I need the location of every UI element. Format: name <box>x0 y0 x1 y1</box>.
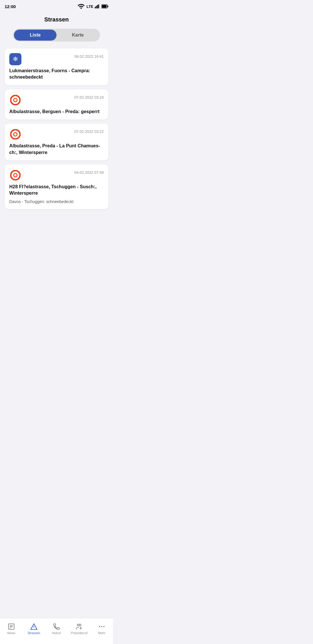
card-header: ❄ 08.02.2022 16:41 <box>9 53 104 65</box>
roadblock-icon-3 <box>9 169 21 181</box>
card-header-4: 04.02.2022 07:49 <box>9 169 104 181</box>
card-timestamp-3: 07.02.2022 03:22 <box>74 128 104 134</box>
card-header-2: 07.02.2022 03:24 <box>9 94 104 106</box>
card-timestamp-2: 07.02.2022 03:24 <box>74 94 104 100</box>
card-description-4: Davos - Tschuggen: schneebedeckt <box>9 199 104 205</box>
svg-rect-0 <box>95 7 96 8</box>
cards-container: ❄ 08.02.2022 16:41 Lukmanierstrasse, Fuo… <box>0 48 113 238</box>
svg-rect-1 <box>96 6 97 8</box>
segment-karte[interactable]: Karte <box>57 30 99 41</box>
page-title: Strassen <box>0 12 113 29</box>
battery-icon <box>101 4 108 8</box>
status-icons: LTE <box>77 3 108 10</box>
card-timestamp-1: 08.02.2022 16:41 <box>74 53 104 59</box>
card-snow[interactable]: ❄ 08.02.2022 16:41 Lukmanierstrasse, Fuo… <box>5 48 108 85</box>
svg-rect-3 <box>98 4 99 8</box>
card-header-3: 07.02.2022 03:22 <box>9 128 104 140</box>
svg-point-10 <box>14 133 17 136</box>
card-title-1: Lukmanierstrasse, Fuorns - Campra: schne… <box>9 68 104 81</box>
svg-rect-6 <box>102 5 107 8</box>
card-title-3: Albulastrasse, Preda - La Punt Chamues-c… <box>9 143 104 156</box>
svg-point-12 <box>14 173 17 177</box>
card-roadblock-1[interactable]: 07.02.2022 03:24 Albulastrasse, Berguen … <box>5 89 108 120</box>
segment-control: Liste Karte <box>13 29 100 41</box>
card-timestamp-4: 04.02.2022 07:49 <box>74 169 104 175</box>
status-time: 12:00 <box>5 4 16 9</box>
lte-label: LTE <box>86 4 93 9</box>
card-roadblock-2[interactable]: 07.02.2022 03:22 Albulastrasse, Preda - … <box>5 124 108 160</box>
svg-point-8 <box>14 98 17 102</box>
segment-liste[interactable]: Liste <box>14 30 57 41</box>
svg-point-9 <box>11 130 20 139</box>
svg-point-11 <box>11 171 20 180</box>
svg-rect-2 <box>97 5 98 8</box>
wifi-icon <box>77 3 85 10</box>
card-roadblock-3[interactable]: 04.02.2022 07:49 H28 Fl?elastrasse, Tsch… <box>5 164 108 209</box>
status-bar: 12:00 LTE <box>0 0 113 12</box>
roadblock-icon-1 <box>9 94 21 106</box>
svg-rect-5 <box>108 6 108 7</box>
svg-point-7 <box>11 95 20 105</box>
snow-icon: ❄ <box>9 53 21 65</box>
signal-icon <box>95 4 100 8</box>
card-title-4: H28 Fl?elastrasse, Tschuggen - Susch:, W… <box>9 184 104 197</box>
roadblock-icon-2 <box>9 128 21 140</box>
card-title-2: Albulastrasse, Berguen - Preda: gesperrt <box>9 108 104 115</box>
